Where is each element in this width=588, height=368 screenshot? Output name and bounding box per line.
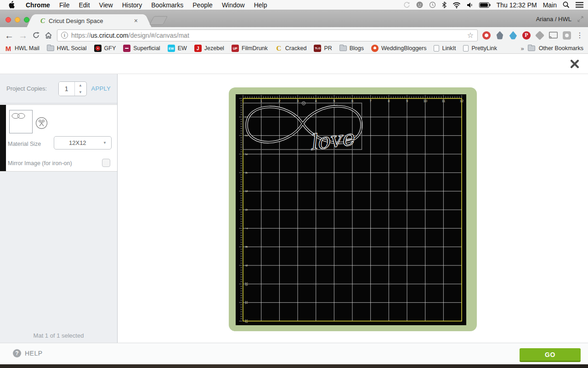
ruler-number-top: 4 (315, 99, 317, 103)
browser-profile-name[interactable]: Ariana / HWL (536, 16, 571, 23)
new-tab-button[interactable] (149, 16, 168, 25)
active-tab[interactable]: C Cricut Design Space × (36, 14, 142, 27)
bluetooth-icon[interactable] (442, 1, 447, 8)
copies-increment-icon[interactable]: ▲ (75, 82, 86, 89)
mat-card[interactable]: Material Size 12X12 ▼ Mirror Image (for … (0, 104, 117, 172)
bookmark-hwl-social[interactable]: HWL Social (47, 45, 87, 52)
bookmark-ew[interactable]: EWEW (168, 45, 187, 52)
gray-diamond-extension-icon[interactable] (535, 30, 544, 40)
apply-button[interactable]: APPLY (91, 85, 111, 92)
blue-flame-extension-icon[interactable] (509, 31, 517, 40)
up-icon: UP (232, 45, 239, 52)
ruler-number-top: 10 (423, 99, 427, 103)
user-menu-icon[interactable] (416, 1, 423, 8)
bookmark-linkit[interactable]: LinkIt (434, 45, 456, 52)
gray-flame-extension-icon[interactable] (496, 31, 504, 40)
bookmark-prettylink[interactable]: PrettyLink (463, 45, 497, 52)
material-size-dropdown[interactable]: 12X12 ▼ (54, 136, 112, 150)
gray-square-extension-icon[interactable] (563, 31, 571, 40)
mat-svg[interactable]: 123456789101112123456789101112love (229, 87, 477, 331)
mat-settings-panel: Project Copies: ▲ ▼ APPLY Material Size … (0, 74, 118, 343)
bookmark-label: Blogs (350, 45, 364, 52)
wifi-icon[interactable] (452, 2, 461, 8)
browser-menu-icon[interactable]: ⋮ (576, 31, 583, 40)
menu-item-view[interactable]: View (95, 1, 118, 9)
ew-icon: EW (168, 45, 175, 52)
volume-icon[interactable] (467, 2, 473, 8)
other-bookmarks-label[interactable]: Other Bookmarks (539, 45, 583, 52)
bookmark-weddingbloggers[interactable]: WeddingBloggers (371, 45, 426, 52)
close-window-button[interactable] (6, 17, 11, 23)
pinterest-extension-icon[interactable]: P (522, 31, 531, 40)
menu-item-window[interactable]: Window (217, 1, 249, 9)
copies-stepper[interactable]: ▲ ▼ (58, 81, 87, 96)
bookmark-label: Superficial (133, 45, 160, 52)
ruler-number-top: 2 (278, 99, 280, 103)
copies-input[interactable] (59, 82, 74, 96)
back-button[interactable]: ← (5, 31, 14, 40)
menu-item-bookmarks[interactable]: Bookmarks (147, 1, 188, 9)
menu-item-history[interactable]: History (118, 1, 147, 9)
ruler-number-top: 6 (351, 99, 353, 103)
copies-decrement-icon[interactable]: ▼ (75, 89, 86, 96)
ruler-number-left: 11 (244, 301, 249, 305)
backup-clock-icon[interactable] (429, 1, 436, 8)
red-circle-extension-icon[interactable] (482, 31, 491, 40)
cutting-mat-preview[interactable]: 123456789101112123456789101112love (229, 87, 477, 331)
bookmark-jezebel[interactable]: JJezebel (194, 45, 224, 52)
battery-icon[interactable] (479, 2, 491, 8)
other-bookmarks-folder-icon (528, 46, 535, 51)
close-mat-preview-icon[interactable] (570, 59, 580, 71)
go-button[interactable]: GO (520, 348, 581, 362)
tab-title: Cricut Design Space (49, 17, 134, 24)
page-info-icon[interactable]: i (61, 32, 68, 39)
cut-scissors-icon (35, 117, 48, 131)
mirror-image-checkbox[interactable] (102, 159, 110, 167)
menu-item-help[interactable]: Help (249, 1, 272, 9)
bookmark-blogs[interactable]: Blogs (339, 45, 364, 52)
extensions-row: P ⋮ (482, 31, 583, 40)
menu-item-file[interactable]: File (55, 1, 74, 9)
menu-item-people[interactable]: People (188, 1, 217, 9)
menu-item-chrome[interactable]: Chrome (21, 1, 55, 9)
forward-button[interactable]: → (18, 31, 28, 40)
ruler-number-top: 11 (441, 99, 445, 103)
gmail-icon: M (5, 45, 12, 52)
ruler-number-left: 6 (244, 209, 249, 211)
notification-center-icon[interactable] (576, 2, 583, 8)
help-label: HELP (25, 350, 43, 357)
menu-bar-clock[interactable]: Thu 12:32 PM (497, 1, 537, 9)
bookmark-label: LinkIt (442, 45, 456, 52)
question-mark-icon: ? (13, 349, 21, 357)
tab-overview-icon[interactable] (577, 16, 583, 24)
minimize-window-button[interactable] (15, 17, 20, 23)
home-button[interactable] (45, 32, 52, 39)
bookmark-filmdrunk[interactable]: UPFilmDrunk (232, 45, 268, 52)
address-bar[interactable]: i https://us.cricut.com/design/#/canvas/… (57, 29, 478, 41)
ruler-number-left: 8 (244, 246, 249, 248)
selected-mat-indicator (0, 105, 6, 171)
folder-icon (339, 46, 347, 51)
bookmark-superficial[interactable]: Superficial (123, 45, 160, 52)
bookmark-cracked[interactable]: CCracked (275, 45, 307, 52)
sync-status-icon[interactable] (403, 1, 410, 8)
bookmark-pr[interactable]: TLOPR (314, 45, 332, 52)
fast-user-switch[interactable]: Main (543, 1, 557, 9)
menu-item-edit[interactable]: Edit (74, 1, 94, 9)
bookmark-hwl-mail[interactable]: MHWL Mail (5, 45, 40, 52)
help-button[interactable]: ? HELP (13, 349, 43, 357)
bookmark-label: FilmDrunk (242, 45, 268, 52)
bookmark-items: MHWL MailHWL SocialGFYSuperficialEWEWJJe… (5, 45, 504, 52)
chromecast-icon[interactable] (549, 32, 558, 39)
bookmark-label: HWL Social (57, 45, 87, 52)
tab-close-icon[interactable]: × (134, 17, 138, 24)
zoom-window-button[interactable] (24, 17, 29, 23)
apple-logo-icon[interactable] (8, 1, 15, 9)
bookmark-gfy[interactable]: GFY (94, 45, 116, 52)
bookmark-label: GFY (104, 45, 116, 52)
bookmark-star-icon[interactable]: ☆ (467, 31, 474, 40)
bookmarks-overflow-chevron[interactable]: » (521, 45, 524, 52)
mat-thumbnail[interactable] (9, 110, 33, 133)
reload-button[interactable] (32, 31, 40, 39)
spotlight-search-icon[interactable] (563, 1, 570, 8)
